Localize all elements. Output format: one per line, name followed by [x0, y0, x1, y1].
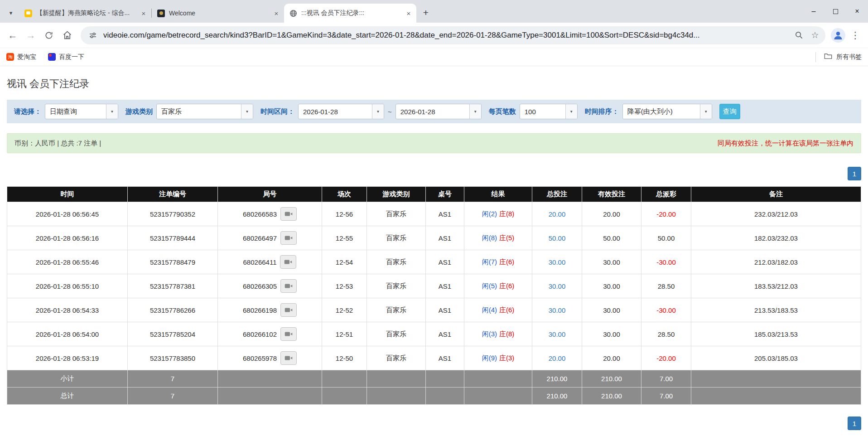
video-replay-button[interactable]	[280, 327, 297, 341]
cell-session: 12-50	[322, 346, 367, 370]
per-page-value: 100	[520, 104, 565, 119]
page-1-button[interactable]: 1	[848, 417, 861, 430]
globe-icon	[289, 10, 297, 17]
subtotal-empty	[691, 370, 861, 388]
bookmark-star-icon[interactable]: ☆	[809, 29, 821, 41]
profile-avatar[interactable]	[831, 28, 845, 43]
cell-result: 闲(5)庄(6)	[464, 274, 532, 298]
back-icon[interactable]: ←	[5, 27, 21, 44]
browser-window: ▾ 【新提醒】海燕策略论坛 - 综合... × Welcome × :::视讯 …	[0, 0, 868, 441]
cell-table-no: AS1	[426, 226, 464, 250]
chevron-down-icon[interactable]: ▼	[241, 104, 253, 119]
chevron-down-icon[interactable]: ▼	[565, 104, 577, 119]
subtotal-empty	[426, 370, 464, 388]
video-replay-button[interactable]	[280, 255, 296, 269]
chevron-down-icon[interactable]: ▼	[700, 104, 712, 119]
total-bet-link[interactable]: 30.00	[549, 282, 566, 290]
per-page-select[interactable]: 100 ▼	[520, 104, 578, 119]
page-content: 视讯 会员下注纪录 请选择： 日期查询 ▼ 游戏类别 百家乐 ▼ 时间区间： 2…	[0, 66, 868, 441]
result-player: 闲(3)	[482, 330, 497, 338]
total-bet-link[interactable]: 30.00	[549, 330, 566, 338]
all-bookmarks[interactable]: 所有书签	[815, 52, 862, 62]
home-icon[interactable]	[59, 27, 75, 44]
video-replay-button[interactable]	[280, 303, 297, 317]
sort-select[interactable]: 降幂(由大到小) ▼	[622, 104, 712, 119]
cell-round-no: 680266583	[218, 202, 322, 226]
video-replay-button[interactable]	[280, 207, 297, 221]
tab-title: Welcome	[169, 10, 268, 17]
total-bet-link[interactable]: 30.00	[549, 306, 566, 314]
cell-payout: 50.00	[641, 226, 691, 250]
chevron-down-icon[interactable]: ▼	[106, 104, 118, 119]
tab-close-icon[interactable]: ×	[140, 9, 148, 17]
game-type-value: 百家乐	[157, 104, 241, 119]
cell-payout: -30.00	[641, 298, 691, 322]
subtotal-payout: 7.00	[641, 370, 691, 388]
cell-table-no: AS1	[426, 346, 464, 370]
round-no: 680266198	[243, 306, 277, 314]
bet-records-table: 时间 注单编号 局号 场次 游戏类别 桌号 结果 总投注 有效投注 总派彩 备注…	[7, 186, 861, 405]
tab-bet-records[interactable]: :::视讯 会员下注纪录::: ×	[284, 4, 416, 23]
tab-welcome[interactable]: Welcome ×	[152, 4, 284, 23]
header-total-bet: 总投注	[532, 187, 582, 202]
query-button[interactable]: 查询	[719, 104, 740, 119]
cell-game: 百家乐	[367, 274, 426, 298]
tab-bar: ▾ 【新提醒】海燕策略论坛 - 综合... × Welcome × :::视讯 …	[0, 0, 868, 23]
new-tab-button[interactable]: +	[419, 6, 433, 19]
query-type-select[interactable]: 日期查询 ▼	[45, 104, 118, 119]
result-banker: 庄(3)	[499, 354, 514, 362]
tab-title: 【新提醒】海燕策略论坛 - 综合...	[36, 9, 135, 17]
table-row: 2026-01-28 06:53:19 523157783850 6802659…	[7, 346, 861, 370]
date-end-select[interactable]: 2026-01-28 ▼	[395, 104, 482, 119]
cell-valid-bet: 30.00	[582, 274, 641, 298]
cell-time: 2026-01-28 06:54:00	[7, 322, 128, 346]
subtotal-label: 小计	[7, 370, 128, 388]
cell-total-bet: 30.00	[532, 298, 582, 322]
tab-close-icon[interactable]: ×	[405, 9, 413, 17]
cell-bet-no: 523157789444	[128, 226, 218, 250]
sort-value: 降幂(由大到小)	[623, 104, 700, 119]
search-icon[interactable]	[793, 29, 805, 41]
cell-bet-no: 523157785204	[128, 322, 218, 346]
page-1-button[interactable]: 1	[848, 167, 861, 180]
tab-search-icon[interactable]: ▾	[5, 6, 17, 19]
date-start-select[interactable]: 2026-01-28 ▼	[298, 104, 384, 119]
browser-menu-icon[interactable]: ⋮	[847, 27, 863, 44]
subtotal-empty	[218, 370, 322, 388]
sort-label: 时间排序：	[585, 107, 619, 116]
maximize-button[interactable]	[825, 0, 846, 23]
tab-haiyan-forum[interactable]: 【新提醒】海燕策略论坛 - 综合... ×	[19, 4, 151, 23]
total-bet-link[interactable]: 30.00	[549, 258, 566, 266]
video-replay-button[interactable]	[280, 351, 297, 365]
video-replay-button[interactable]	[280, 231, 297, 245]
minimize-button[interactable]: –	[803, 0, 825, 23]
forward-icon[interactable]: →	[23, 27, 39, 44]
total-bet-link[interactable]: 20.00	[549, 354, 566, 362]
total-row: 总计 7 210.00 210.00 7.00	[7, 388, 861, 405]
bookmark-baidu[interactable]: 百度一下	[48, 53, 84, 61]
cell-result: 闲(4)庄(6)	[464, 298, 532, 322]
total-bet-link[interactable]: 50.00	[549, 234, 566, 242]
cell-remark: 185.03/213.53	[691, 322, 861, 346]
cell-valid-bet: 50.00	[582, 226, 641, 250]
cell-table-no: AS1	[426, 202, 464, 226]
refresh-icon[interactable]	[41, 27, 57, 44]
cell-game: 百家乐	[367, 322, 426, 346]
tab-close-icon[interactable]: ×	[272, 9, 280, 17]
tab-title: :::视讯 会员下注纪录:::	[301, 9, 400, 17]
cell-total-bet: 30.00	[532, 250, 582, 274]
bookmark-taobao[interactable]: 淘 爱淘宝	[6, 53, 36, 61]
game-type-select[interactable]: 百家乐 ▼	[156, 104, 253, 119]
chevron-down-icon[interactable]: ▼	[469, 104, 481, 119]
site-settings-icon[interactable]	[87, 29, 99, 41]
video-replay-button[interactable]	[280, 279, 297, 293]
url-bar[interactable]: videoie.com/game/betrecord_search/kind3?…	[81, 26, 825, 44]
chevron-down-icon[interactable]: ▼	[372, 104, 384, 119]
valid-bet-note: 同局有效投注，统一计算在该局第一张注单内	[718, 139, 854, 148]
total-bet-link[interactable]: 20.00	[549, 210, 566, 218]
close-window-button[interactable]: ×	[846, 0, 868, 23]
cell-session: 12-51	[322, 322, 367, 346]
cell-bet-no: 523157783850	[128, 346, 218, 370]
result-banker: 庄(6)	[499, 306, 514, 314]
header-valid-bet: 有效投注	[582, 187, 641, 202]
